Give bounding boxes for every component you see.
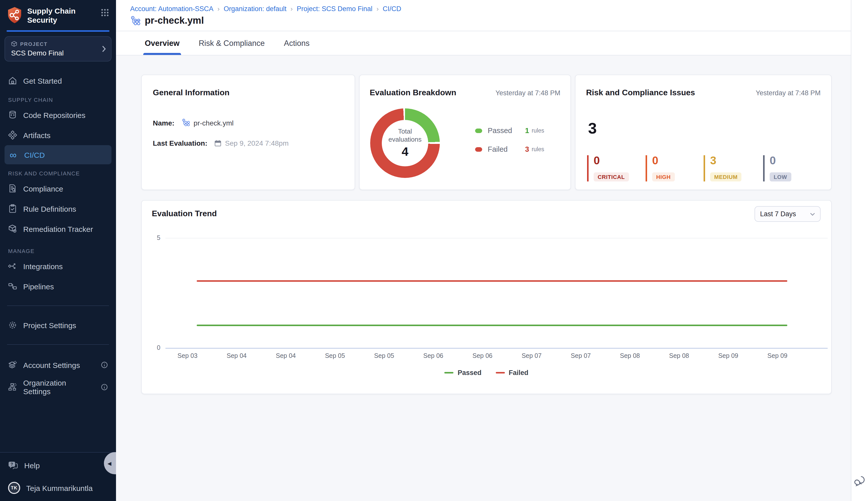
remediation-box-icon [8,225,17,234]
sidebar-item-compliance[interactable]: Compliance [0,179,116,199]
chevron-right-icon [102,46,106,53]
x-axis-line [165,348,828,349]
cube-icon [11,41,17,47]
chevron-right-icon: › [377,5,379,13]
overview-content: General Information Name: [116,55,851,501]
breadcrumb-cicd-link[interactable]: CI/CD [383,5,401,13]
last-evaluation-row: Last Evaluation: Sep 9, 2024 7:48pm [153,139,344,147]
severity-badge: LOW [770,172,791,181]
severity-critical: 0 CRITICAL [587,155,629,181]
sidebar-item-code-repositories[interactable]: Code Repositories [0,105,116,125]
avatar: TK [8,482,20,494]
infinity-icon: ∞ [8,150,18,160]
user-name: Teja Kummarikuntla [26,483,93,492]
sidebar-item-rule-definitions[interactable]: Rule Definitions [0,199,116,219]
chevron-down-icon [810,212,815,215]
project-name: SCS Demo Final [11,49,105,57]
layers-gear-icon [8,361,17,370]
sidebar-item-project-settings[interactable]: Project Settings [0,315,116,335]
page-header: Account: Automation-SSCA › Organization:… [116,0,851,31]
total-issues-value: 3 [588,119,597,138]
project-selector[interactable]: PROJECT SCS Demo Final [4,36,112,62]
tab-actions[interactable]: Actions [284,31,310,55]
failed-dot-icon [475,147,482,151]
card-title: Risk and Compliance Issues [586,88,695,97]
sidebar-item-organization-settings[interactable]: Organization Settings [0,376,116,398]
passed-line-icon [445,372,454,373]
app-grid-icon[interactable] [101,9,109,17]
severity-medium: 3 MEDIUM [703,155,742,181]
help-chat-icon: ? [8,461,18,470]
brand: Supply Chain Security [0,0,116,24]
gridline-y5 [165,238,828,238]
breadcrumb-account-link[interactable]: Account: Automation-SSCA [130,5,213,13]
info-icon[interactable] [101,384,108,391]
pipelines-icon [8,282,17,291]
general-information-card: General Information Name: [141,75,355,190]
failed-count: 3 [525,145,529,153]
sidebar-item-artifacts[interactable]: Artifacts [0,125,116,146]
sidebar-item-cicd[interactable]: ∞ CI/CD [4,146,112,164]
title-row: pr-check.yml [130,15,851,26]
risk-compliance-issues-card: Risk and Compliance Issues Yesterday at … [575,75,832,190]
sidebar-item-get-started[interactable]: Get Started [0,71,116,91]
calendar-icon [215,140,221,147]
severity-low: 0 LOW [763,155,791,181]
total-evaluations-value: 4 [402,145,409,159]
card-timestamp: Yesterday at 7:48 PM [756,89,820,97]
sidebar-item-pipelines[interactable]: Pipelines [0,276,116,297]
artifacts-icon [8,131,17,140]
integrations-icon [8,262,17,271]
page-title: pr-check.yml [145,15,204,26]
workflow-icon [130,15,141,26]
name-value: pr-check.yml [181,118,234,127]
trend-legend: Passed Failed [142,369,831,376]
brand-name: Supply Chain Security [27,7,76,24]
severity-badge: HIGH [652,172,674,181]
gear-icon [8,321,17,330]
breadcrumb-organization-link[interactable]: Organization: default [224,5,286,13]
card-title: General Information [153,88,344,97]
sidebar-item-account-settings[interactable]: Account Settings [0,354,116,376]
organization-gear-icon [8,383,17,392]
evaluation-trend-card: Evaluation Trend Last 7 Days 5 0 Sep 03 … [141,200,832,394]
sidebar-item-help[interactable]: ? Help [8,461,108,470]
card-title: Evaluation Trend [152,209,217,218]
section-risk-and-compliance: RISK AND COMPLIANCE [0,164,116,179]
x-axis-ticks: Sep 03 Sep 04 Sep 04 Sep 05 Sep 05 Sep 0… [163,352,802,359]
support-chat-icon[interactable] [854,475,867,487]
code-repository-icon [8,111,17,120]
tab-risk-compliance[interactable]: Risk & Compliance [199,31,265,55]
section-supply-chain: SUPPLY CHAIN [0,91,116,105]
sidebar-item-remediation-tracker[interactable]: Remediation Tracker [0,219,116,239]
svg-text:?: ? [11,462,13,467]
breadcrumb-project-link[interactable]: Project: SCS Demo Final [297,5,373,13]
y-axis-tick-0: 0 [150,344,160,351]
sidebar: Supply Chain Security PROJECT [0,0,116,501]
evaluation-breakdown-card: Evaluation Breakdown Yesterday at 7:48 P… [359,75,571,190]
severity-badge: CRITICAL [594,172,629,181]
severity-high: 0 HIGH [646,155,674,181]
app-window: Supply Chain Security PROJECT [0,0,868,501]
info-icon[interactable] [101,362,108,369]
sidebar-item-integrations[interactable]: Integrations [0,256,116,276]
supply-chain-security-logo-icon [7,7,22,24]
summary-cards-row: General Information Name: [141,75,832,190]
failed-trend-line [197,280,787,282]
card-timestamp: Yesterday at 7:48 PM [495,89,560,97]
right-rail [851,0,868,501]
user-menu[interactable]: TK Teja Kummarikuntla [8,482,108,494]
sidebar-footer: ? Help TK Teja Kummarikuntla [0,452,116,501]
legend-failed-row: Failed 3 rules [475,145,544,153]
donut-legend: Passed 1 rules Failed 3 rules [475,127,544,153]
tab-overview[interactable]: Overview [145,31,179,55]
time-range-select[interactable]: Last 7 Days [754,206,820,222]
sidebar-divider [7,344,109,345]
collapse-arrow-icon: ◀ [107,460,111,466]
passed-trend-line [197,324,787,326]
severity-badge: MEDIUM [710,172,742,181]
chevron-right-icon: › [217,5,220,13]
sidebar-divider [7,306,109,306]
brand-accent-line [7,31,109,32]
donut-center: Total evaluations 4 [370,108,440,178]
